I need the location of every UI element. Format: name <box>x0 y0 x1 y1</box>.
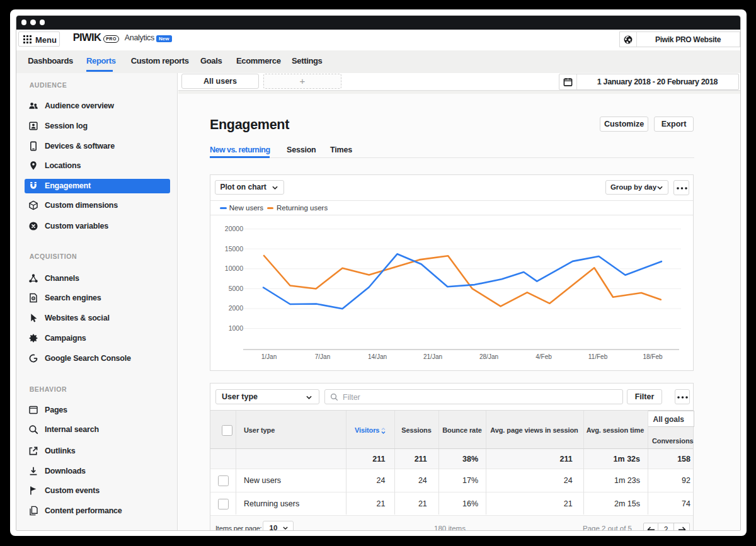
svg-text:18/Feb: 18/Feb <box>643 353 663 360</box>
svg-text:15000: 15000 <box>225 245 243 253</box>
svg-text:1/Jan: 1/Jan <box>261 353 277 360</box>
svg-text:7/Jan: 7/Jan <box>315 353 330 360</box>
svg-text:21/Jan: 21/Jan <box>423 353 442 360</box>
svg-text:5000: 5000 <box>229 285 244 292</box>
svg-text:28/Jan: 28/Jan <box>479 353 498 360</box>
svg-text:11/Feb: 11/Feb <box>588 353 608 360</box>
svg-text:14/Jan: 14/Jan <box>368 353 387 360</box>
svg-text:10000: 10000 <box>225 264 243 272</box>
svg-text:4/Feb: 4/Feb <box>536 353 552 360</box>
svg-text:20000: 20000 <box>225 225 243 232</box>
svg-text:1000: 1000 <box>229 324 244 332</box>
svg-text:2000: 2000 <box>229 304 244 312</box>
